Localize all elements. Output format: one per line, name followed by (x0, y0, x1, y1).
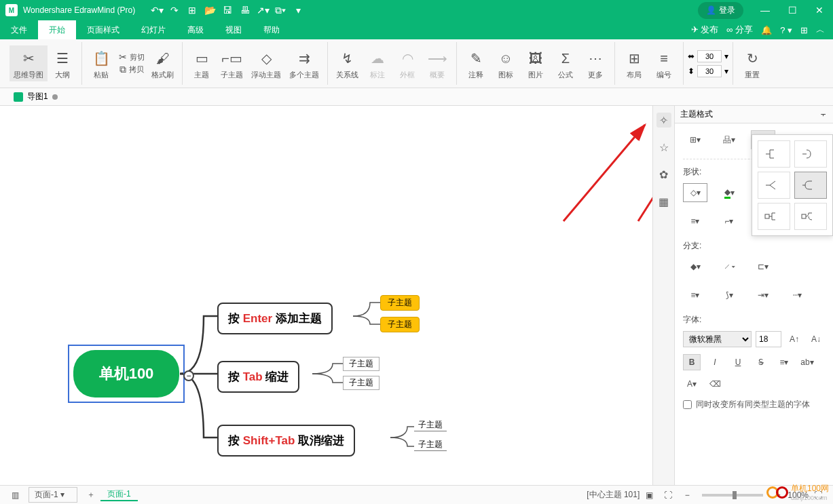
multi-topic-button[interactable]: ⇉多个主题 (285, 45, 323, 81)
layout-opt-5[interactable] (758, 203, 790, 230)
zoom-slider[interactable] (702, 494, 763, 497)
branch-arrow-button[interactable]: ⇥▾ (751, 286, 775, 305)
boundary-button[interactable]: ◠外框 (392, 45, 422, 81)
fullscreen-button[interactable]: ⛶ (810, 487, 826, 503)
branch-weight-button[interactable]: ≡▾ (683, 286, 707, 305)
layout-radial-button[interactable]: ⊞▾ (683, 130, 707, 149)
fit-width-button[interactable]: ⛶ (660, 487, 676, 503)
layout-opt-6[interactable] (794, 203, 827, 230)
more-button[interactable]: ⋯更多 (580, 45, 610, 81)
mindmap-mode-button[interactable]: ✂思维导图 (10, 45, 48, 81)
page-select[interactable]: 页面-1 ▾ (29, 487, 77, 503)
layout-opt-1[interactable] (758, 140, 790, 168)
maximize-button[interactable]: ☐ (779, 0, 806, 20)
login-button[interactable]: 👤 登录 (698, 2, 743, 19)
menu-slides[interactable]: 幻灯片 (130, 20, 177, 39)
qat-more[interactable]: ▾ (290, 2, 306, 18)
calendar-tab-icon[interactable]: ▦ (656, 194, 671, 209)
width-input[interactable] (697, 50, 722, 62)
collapse-toggle[interactable]: − (183, 370, 194, 381)
layout-tree-button[interactable]: 品▾ (717, 130, 741, 149)
open-button[interactable]: 📂 (202, 2, 218, 18)
note-button[interactable]: ✎注释 (461, 45, 491, 81)
canvas[interactable]: 单机100 − 按 Enter 添加主题 按 Tab 缩进 按 Shift+Ta… (0, 106, 652, 485)
outline-mode-button[interactable]: ☰大纲 (48, 45, 77, 81)
apply-all-checkbox[interactable]: 同时改变所有同类型主题的字体 (683, 399, 825, 410)
branch-curve-button[interactable]: ⟆▾ (717, 286, 741, 305)
sub-node[interactable]: 子主题 (414, 439, 447, 451)
bold-button[interactable]: B (683, 354, 701, 370)
branch-style-button[interactable]: ⟋▾ (717, 257, 741, 276)
node-enter[interactable]: 按 Enter 添加主题 (217, 303, 333, 334)
close-button[interactable]: ✕ (806, 0, 833, 20)
save-button[interactable]: 🖫 (219, 2, 236, 18)
layout-button[interactable]: ⊞布局 (619, 45, 649, 81)
number-button[interactable]: ≡编号 (649, 45, 679, 81)
layout-opt-2[interactable] (794, 140, 827, 168)
paste-button[interactable]: 📋粘贴 (86, 45, 116, 81)
apps-icon[interactable]: ⊞ (800, 25, 808, 35)
menu-advanced[interactable]: 高级 (177, 20, 215, 39)
pin-icon[interactable]: ⫟ (819, 110, 828, 119)
callout-button[interactable]: ☁标注 (363, 45, 392, 81)
fit-page-button[interactable]: ▣ (641, 487, 657, 503)
align-button[interactable]: ≡▾ (775, 354, 793, 370)
sub-node[interactable]: 子主题 (380, 317, 420, 332)
help-icon[interactable]: ? ▾ (780, 25, 792, 35)
font-bigger-button[interactable]: A↑ (785, 331, 803, 347)
sub-node[interactable]: 子主题 (343, 376, 380, 390)
italic-button[interactable]: I (706, 354, 724, 370)
share-qat-button[interactable]: ⧉▾ (272, 2, 289, 18)
new-button[interactable]: ⊞ (184, 2, 200, 18)
zoom-in-button[interactable]: + (770, 487, 786, 503)
print-button[interactable]: 🖶 (237, 2, 253, 18)
clover-tab-icon[interactable]: ✿ (656, 167, 671, 182)
cut-button[interactable]: ✂剪切 (116, 51, 147, 63)
font-family-select[interactable]: 微软雅黑 (683, 331, 752, 347)
collapse-ribbon-icon[interactable]: ︿ (816, 24, 825, 36)
strike-button[interactable]: S̶ (752, 354, 770, 370)
sub-node[interactable]: 子主题 (380, 295, 420, 311)
center-node[interactable]: 单机100 (73, 350, 179, 398)
icon-button[interactable]: ☺图标 (491, 45, 521, 81)
height-input[interactable] (697, 65, 722, 77)
zoom-out-button[interactable]: − (679, 487, 695, 503)
reset-button[interactable]: ↻重置 (737, 45, 767, 81)
menu-view[interactable]: 视图 (215, 20, 253, 39)
topic-button[interactable]: ▭主题 (187, 45, 217, 81)
underline-button[interactable]: U (729, 354, 747, 370)
minimize-button[interactable]: — (752, 0, 779, 20)
menu-start[interactable]: 开始 (38, 20, 76, 39)
font-color-button[interactable]: A▾ (683, 376, 701, 392)
summary-button[interactable]: ⟶概要 (422, 45, 452, 81)
share-button[interactable]: ∞ 分享 (726, 24, 753, 36)
branch-dash-button[interactable]: ┄▾ (785, 286, 809, 305)
undo-button[interactable]: ↶▾ (149, 2, 165, 18)
menu-help[interactable]: 帮助 (253, 20, 291, 39)
line-weight-button[interactable]: ≡▾ (683, 212, 707, 231)
font-size-input[interactable] (756, 331, 781, 347)
sub-node[interactable]: 子主题 (343, 357, 380, 371)
picture-button[interactable]: 🖼图片 (521, 45, 551, 81)
branch-connector-button[interactable]: ⊏▾ (751, 257, 775, 276)
node-tab[interactable]: 按 Tab 缩进 (217, 361, 299, 393)
layout-opt-4[interactable] (794, 172, 827, 199)
shape-line-color-button[interactable]: ◆▾ (717, 183, 741, 202)
clear-format-button[interactable]: ⌫ (706, 376, 724, 392)
formula-button[interactable]: Σ公式 (551, 45, 580, 81)
menu-file[interactable]: 文件 (0, 20, 38, 39)
floating-topic-button[interactable]: ◇浮动主题 (247, 45, 285, 81)
branch-color-button[interactable]: ◆▾ (683, 257, 707, 276)
format-brush-button[interactable]: 🖌格式刷 (147, 45, 178, 81)
notify-icon[interactable]: 🔔 (761, 25, 772, 35)
page-tab[interactable]: 页面-1 (100, 488, 138, 501)
document-tab[interactable]: 导图1 (5, 88, 66, 105)
relation-button[interactable]: ↯关系线 (332, 45, 363, 81)
subtopic-button[interactable]: ⌐▭子主题 (217, 45, 247, 81)
corner-button[interactable]: ⌐▾ (717, 212, 741, 231)
export-button[interactable]: ↗▾ (255, 2, 271, 18)
layout-opt-3[interactable] (758, 172, 790, 199)
menu-pagestyle[interactable]: 页面样式 (76, 20, 130, 39)
redo-button[interactable]: ↷ (166, 2, 183, 18)
node-shifttab[interactable]: 按 Shift+Tab 取消缩进 (217, 425, 355, 457)
